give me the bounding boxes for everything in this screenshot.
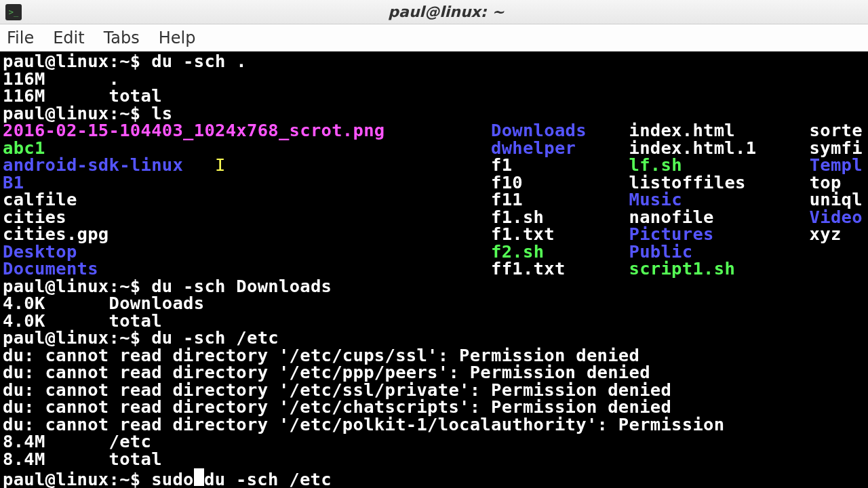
cmd-sudo-du-etc: sudo [151,469,194,489]
du-error-line: du: cannot read directory '/etc/chatscri… [3,399,865,416]
ls-entry: ff1.txt [491,258,566,279]
titlebar: >_ paul@linux: ~ [0,0,868,24]
terminal-cursor [194,468,204,486]
window-title: paul@linux: ~ [30,3,863,20]
cmd-du-here: du -sch . [151,51,247,71]
menu-tabs[interactable]: Tabs [104,28,140,47]
ls-entry: script1.sh [629,258,736,279]
menu-edit[interactable]: Edit [53,28,84,47]
du-error-line: du: cannot read directory '/etc/ppp/peer… [3,364,865,382]
terminal-app-icon: >_ [5,4,22,20]
menu-help[interactable]: Help [159,28,196,47]
terminal-viewport[interactable]: paul@linux:~$ du -sch .116M .116M totalp… [0,52,868,488]
menu-file[interactable]: File [7,28,34,47]
menubar: File Edit Tabs Help [0,24,868,52]
